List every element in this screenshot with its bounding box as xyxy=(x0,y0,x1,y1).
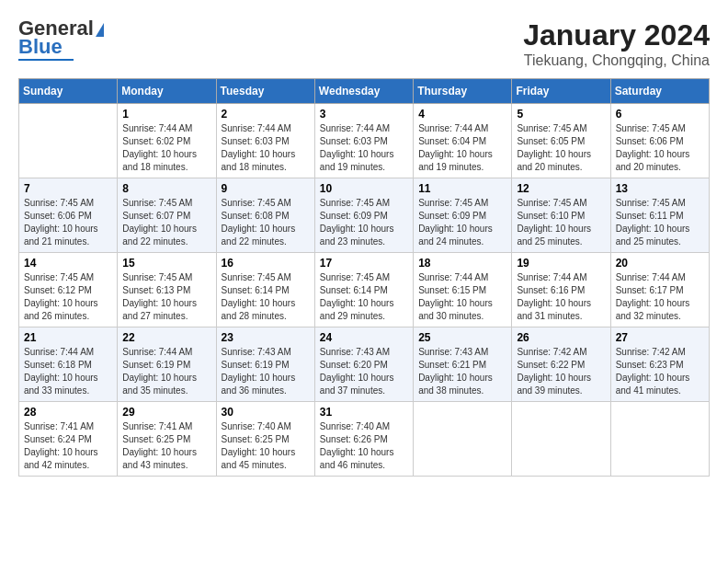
day-number: 23 xyxy=(222,331,310,344)
day-number: 28 xyxy=(24,406,112,419)
day-number: 4 xyxy=(418,108,506,121)
day-number: 22 xyxy=(122,331,210,344)
day-number: 25 xyxy=(418,331,506,344)
day-info: Sunrise: 7:45 AM Sunset: 6:09 PM Dayligh… xyxy=(418,197,506,248)
column-header-sunday: Sunday xyxy=(19,79,118,104)
day-number: 19 xyxy=(517,257,605,270)
calendar-cell: 6Sunrise: 7:45 AM Sunset: 6:06 PM Daylig… xyxy=(610,104,709,178)
day-number: 12 xyxy=(517,182,605,195)
column-header-tuesday: Tuesday xyxy=(216,79,314,104)
day-info: Sunrise: 7:45 AM Sunset: 6:05 PM Dayligh… xyxy=(517,122,605,174)
day-number: 8 xyxy=(122,182,210,195)
calendar-table: SundayMondayTuesdayWednesdayThursdayFrid… xyxy=(18,78,710,477)
day-number: 20 xyxy=(616,257,704,270)
day-info: Sunrise: 7:44 AM Sunset: 6:18 PM Dayligh… xyxy=(24,346,112,397)
calendar-cell: 18Sunrise: 7:44 AM Sunset: 6:15 PM Dayli… xyxy=(414,253,512,327)
calendar-cell: 19Sunrise: 7:44 AM Sunset: 6:16 PM Dayli… xyxy=(512,253,610,327)
calendar-cell: 31Sunrise: 7:40 AM Sunset: 6:26 PM Dayli… xyxy=(314,402,413,477)
calendar-cell: 27Sunrise: 7:42 AM Sunset: 6:23 PM Dayli… xyxy=(610,327,709,402)
day-info: Sunrise: 7:43 AM Sunset: 6:20 PM Dayligh… xyxy=(320,346,408,397)
day-info: Sunrise: 7:43 AM Sunset: 6:19 PM Dayligh… xyxy=(222,346,310,397)
column-header-thursday: Thursday xyxy=(414,79,512,104)
week-row-3: 14Sunrise: 7:45 AM Sunset: 6:12 PM Dayli… xyxy=(19,253,710,327)
calendar-cell xyxy=(19,104,118,178)
calendar-cell: 7Sunrise: 7:45 AM Sunset: 6:06 PM Daylig… xyxy=(19,178,118,253)
week-row-2: 7Sunrise: 7:45 AM Sunset: 6:06 PM Daylig… xyxy=(19,178,710,253)
day-number: 31 xyxy=(320,406,408,419)
column-header-wednesday: Wednesday xyxy=(314,79,413,104)
calendar-cell: 3Sunrise: 7:44 AM Sunset: 6:03 PM Daylig… xyxy=(314,104,413,178)
calendar-cell: 9Sunrise: 7:45 AM Sunset: 6:08 PM Daylig… xyxy=(216,178,314,253)
title-block: January 2024 Tiekuang, Chongqing, China xyxy=(523,18,710,69)
day-info: Sunrise: 7:45 AM Sunset: 6:06 PM Dayligh… xyxy=(24,197,112,248)
day-info: Sunrise: 7:44 AM Sunset: 6:17 PM Dayligh… xyxy=(616,271,704,323)
calendar-cell: 22Sunrise: 7:44 AM Sunset: 6:19 PM Dayli… xyxy=(118,327,216,402)
page-header: General Blue January 2024 Tiekuang, Chon… xyxy=(18,18,710,69)
calendar-cell: 17Sunrise: 7:45 AM Sunset: 6:14 PM Dayli… xyxy=(314,253,413,327)
day-info: Sunrise: 7:45 AM Sunset: 6:14 PM Dayligh… xyxy=(320,271,408,323)
calendar-cell: 2Sunrise: 7:44 AM Sunset: 6:03 PM Daylig… xyxy=(216,104,314,178)
calendar-title: January 2024 xyxy=(523,18,710,52)
calendar-cell: 16Sunrise: 7:45 AM Sunset: 6:14 PM Dayli… xyxy=(216,253,314,327)
calendar-cell: 11Sunrise: 7:45 AM Sunset: 6:09 PM Dayli… xyxy=(414,178,512,253)
day-info: Sunrise: 7:45 AM Sunset: 6:10 PM Dayligh… xyxy=(517,197,605,248)
day-info: Sunrise: 7:44 AM Sunset: 6:15 PM Dayligh… xyxy=(418,271,506,323)
calendar-cell: 8Sunrise: 7:45 AM Sunset: 6:07 PM Daylig… xyxy=(118,178,216,253)
day-number: 6 xyxy=(616,108,704,121)
day-number: 24 xyxy=(320,331,408,344)
logo-underline xyxy=(18,59,74,61)
week-row-4: 21Sunrise: 7:44 AM Sunset: 6:18 PM Dayli… xyxy=(19,327,710,402)
day-info: Sunrise: 7:40 AM Sunset: 6:25 PM Dayligh… xyxy=(222,420,310,472)
day-number: 10 xyxy=(320,182,408,195)
calendar-cell: 24Sunrise: 7:43 AM Sunset: 6:20 PM Dayli… xyxy=(314,327,413,402)
day-number: 1 xyxy=(122,108,210,121)
calendar-cell: 28Sunrise: 7:41 AM Sunset: 6:24 PM Dayli… xyxy=(19,402,118,477)
day-info: Sunrise: 7:45 AM Sunset: 6:06 PM Dayligh… xyxy=(616,122,704,174)
day-number: 16 xyxy=(222,257,310,270)
day-info: Sunrise: 7:43 AM Sunset: 6:21 PM Dayligh… xyxy=(418,346,506,397)
day-number: 17 xyxy=(320,257,408,270)
day-number: 3 xyxy=(320,108,408,121)
day-number: 13 xyxy=(616,182,704,195)
calendar-location: Tiekuang, Chongqing, China xyxy=(523,52,710,69)
day-info: Sunrise: 7:41 AM Sunset: 6:25 PM Dayligh… xyxy=(122,420,210,472)
calendar-cell: 5Sunrise: 7:45 AM Sunset: 6:05 PM Daylig… xyxy=(512,104,610,178)
day-info: Sunrise: 7:41 AM Sunset: 6:24 PM Dayligh… xyxy=(24,420,112,472)
calendar-body: 1Sunrise: 7:44 AM Sunset: 6:02 PM Daylig… xyxy=(19,104,710,477)
day-number: 9 xyxy=(222,182,310,195)
day-info: Sunrise: 7:40 AM Sunset: 6:26 PM Dayligh… xyxy=(320,420,408,472)
day-number: 7 xyxy=(24,182,112,195)
day-info: Sunrise: 7:45 AM Sunset: 6:13 PM Dayligh… xyxy=(122,271,210,323)
day-info: Sunrise: 7:45 AM Sunset: 6:07 PM Dayligh… xyxy=(122,197,210,248)
logo-blue: Blue xyxy=(18,37,63,57)
calendar-cell: 26Sunrise: 7:42 AM Sunset: 6:22 PM Dayli… xyxy=(512,327,610,402)
day-info: Sunrise: 7:42 AM Sunset: 6:22 PM Dayligh… xyxy=(517,346,605,397)
day-number: 11 xyxy=(418,182,506,195)
calendar-cell: 25Sunrise: 7:43 AM Sunset: 6:21 PM Dayli… xyxy=(414,327,512,402)
day-info: Sunrise: 7:45 AM Sunset: 6:11 PM Dayligh… xyxy=(616,197,704,248)
day-info: Sunrise: 7:45 AM Sunset: 6:12 PM Dayligh… xyxy=(24,271,112,323)
column-header-monday: Monday xyxy=(118,79,216,104)
day-info: Sunrise: 7:44 AM Sunset: 6:16 PM Dayligh… xyxy=(517,271,605,323)
day-number: 21 xyxy=(24,331,112,344)
week-row-1: 1Sunrise: 7:44 AM Sunset: 6:02 PM Daylig… xyxy=(19,104,710,178)
day-number: 26 xyxy=(517,331,605,344)
calendar-cell: 1Sunrise: 7:44 AM Sunset: 6:02 PM Daylig… xyxy=(118,104,216,178)
day-info: Sunrise: 7:44 AM Sunset: 6:04 PM Dayligh… xyxy=(418,122,506,174)
day-number: 30 xyxy=(222,406,310,419)
week-row-5: 28Sunrise: 7:41 AM Sunset: 6:24 PM Dayli… xyxy=(19,402,710,477)
day-info: Sunrise: 7:44 AM Sunset: 6:02 PM Dayligh… xyxy=(122,122,210,174)
calendar-cell: 20Sunrise: 7:44 AM Sunset: 6:17 PM Dayli… xyxy=(610,253,709,327)
calendar-cell: 30Sunrise: 7:40 AM Sunset: 6:25 PM Dayli… xyxy=(216,402,314,477)
day-info: Sunrise: 7:45 AM Sunset: 6:14 PM Dayligh… xyxy=(222,271,310,323)
calendar-cell xyxy=(610,402,709,477)
header-row: SundayMondayTuesdayWednesdayThursdayFrid… xyxy=(19,79,710,104)
day-info: Sunrise: 7:44 AM Sunset: 6:03 PM Dayligh… xyxy=(222,122,310,174)
day-info: Sunrise: 7:44 AM Sunset: 6:03 PM Dayligh… xyxy=(320,122,408,174)
calendar-cell xyxy=(414,402,512,477)
calendar-header: SundayMondayTuesdayWednesdayThursdayFrid… xyxy=(19,79,710,104)
column-header-saturday: Saturday xyxy=(610,79,709,104)
logo: General Blue xyxy=(18,18,104,61)
calendar-cell: 15Sunrise: 7:45 AM Sunset: 6:13 PM Dayli… xyxy=(118,253,216,327)
calendar-cell xyxy=(512,402,610,477)
